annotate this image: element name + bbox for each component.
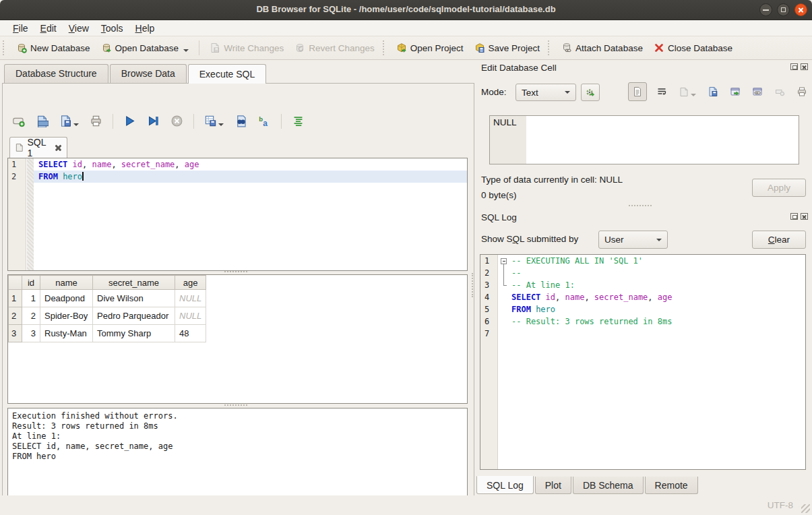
log-line: FROM hero [509,303,805,315]
apply-settings-button[interactable] [581,84,600,101]
toolbar-drag-handle[interactable] [3,40,7,55]
new-sql-tab-button[interactable] [10,113,27,129]
log-filter-select[interactable]: User [598,231,668,249]
copy-link-button[interactable] [750,84,765,99]
cell-editor[interactable]: NULL [489,115,799,164]
tab-browse-data[interactable]: Browse Data [110,64,187,83]
save-results-dropdown-arrow[interactable] [218,123,224,126]
dock-section-splitter[interactable] [629,205,652,208]
column-header-name[interactable]: name [40,276,93,290]
cell-size-info: 0 byte(s) [481,190,517,200]
cell-secret-name[interactable]: Dive Wilson [93,290,175,307]
dock-tab-sql-log[interactable]: SQL Log [476,476,534,494]
column-header-age[interactable]: age [175,276,206,290]
window-title: DB Browser for SQLite - /home/user/code/… [0,4,812,14]
open-in-external-button[interactable] [728,84,743,99]
format-sql-button[interactable] [290,113,307,129]
save-results-button[interactable] [202,113,226,129]
cell-age[interactable]: NULL [175,307,206,325]
corner-header[interactable] [9,276,22,290]
open-project-button[interactable]: Open Project [391,40,469,56]
sql-file-tab[interactable]: SQL 1 [9,137,67,158]
attach-database-button[interactable]: Attach Database [556,40,648,56]
new-database-button[interactable]: New Database [11,40,96,56]
print-icon [90,115,102,127]
open-database-dropdown-arrow[interactable] [183,49,189,52]
menu-tools[interactable]: Tools [95,21,129,36]
float-panel-icon[interactable] [790,213,798,220]
dock-tab-remote[interactable]: Remote [645,477,698,494]
open-database-button[interactable]: Open Database [96,40,195,56]
minimize-button[interactable] [759,3,772,16]
cell-name[interactable]: Spider-Boy [40,307,93,325]
cell-name[interactable]: Rusty-Man [40,325,93,342]
open-sql-file-button[interactable] [34,113,51,129]
cell-id[interactable]: 1 [22,290,40,307]
apply-button: Apply [752,179,806,197]
cell-id[interactable]: 2 [22,307,40,325]
text-mode-button[interactable] [628,82,647,101]
sql-file-tab-label: SQL 1 [28,137,51,158]
execute-all-button[interactable] [121,113,138,129]
export-cell-data-button[interactable] [706,84,720,99]
menu-help[interactable]: Help [129,21,161,36]
maximize-button[interactable] [777,3,790,16]
dock-tab-db-schema[interactable]: DB Schema [573,477,644,494]
cell-age[interactable]: 48 [175,325,206,342]
row-number[interactable]: 3 [9,325,22,342]
sql-log-output[interactable]: 1 2 3 4 5 6 7 -- EXECUTING ALL IN 'SQL 1… [480,254,806,470]
autocomplete-button[interactable]: b a [256,113,273,129]
print-cell-button[interactable] [794,84,809,99]
cell-id[interactable]: 3 [22,325,40,342]
resize-grip[interactable] [801,504,810,513]
tab-database-structure[interactable]: Database Structure [4,64,108,83]
sql-toolbar: b a [10,113,307,129]
execute-line-button[interactable] [145,113,162,129]
titlebar[interactable]: DB Browser for SQLite - /home/user/code/… [0,0,812,20]
mode-select[interactable]: Text [516,84,576,101]
menu-file[interactable]: File [7,21,34,36]
menu-edit[interactable]: Edit [34,21,63,36]
execute-sql-panel: Database Structure Browse Data Execute S… [0,60,476,495]
word-wrap-icon [656,86,667,97]
results-table: id name secret_name age 1 1 Deadpond Div… [8,275,206,342]
row-number[interactable]: 1 [9,290,22,307]
tab-execute-sql[interactable]: Execute SQL [188,64,267,84]
line-number: 7 [480,328,497,340]
save-project-button[interactable]: Save Project [469,40,546,56]
dock-tab-plot[interactable]: Plot [535,477,571,494]
menu-view[interactable]: View [63,21,95,36]
sql-log-window-buttons [790,213,808,220]
line-number: 5 [480,303,497,315]
close-panel-icon[interactable] [801,213,808,220]
sql-editor[interactable]: 1 2 SELECT id, name, secret_name, age FR… [7,158,468,271]
close-button[interactable] [794,3,807,16]
editor-code-area[interactable]: SELECT id, name, secret_name, age FROM h… [34,158,467,270]
fold-marker[interactable] [501,258,507,264]
import-icon [679,86,689,97]
column-header-secret-name[interactable]: secret_name [93,276,175,290]
cell-name[interactable]: Deadpond [40,290,93,307]
clear-log-button[interactable]: Clear [752,231,806,249]
cell-age[interactable]: NULL [175,290,206,307]
close-sql-tab-button[interactable] [55,144,61,152]
toolbar-drag-handle[interactable] [548,40,552,55]
close-database-icon [654,42,664,53]
close-database-button[interactable]: Close Database [648,40,738,56]
status-line: At line 1: [12,431,463,442]
toolbar-drag-handle[interactable] [383,40,387,55]
word-wrap-button[interactable] [654,84,669,99]
print-button[interactable] [88,113,104,129]
sql-toolbar-separator [193,114,194,129]
find-button[interactable] [232,113,249,129]
text-cursor [82,172,84,181]
float-panel-icon[interactable] [790,63,798,70]
cell-secret-name[interactable]: Tommy Sharp [93,325,175,342]
close-panel-icon[interactable] [801,63,808,70]
cell-secret-name[interactable]: Pedro Parqueador [93,307,175,325]
column-header-id[interactable]: id [22,276,40,290]
save-sql-dropdown-arrow[interactable] [73,123,79,126]
panel-splitter[interactable] [472,273,475,297]
row-number[interactable]: 2 [9,307,22,325]
save-sql-file-button[interactable] [57,113,81,129]
